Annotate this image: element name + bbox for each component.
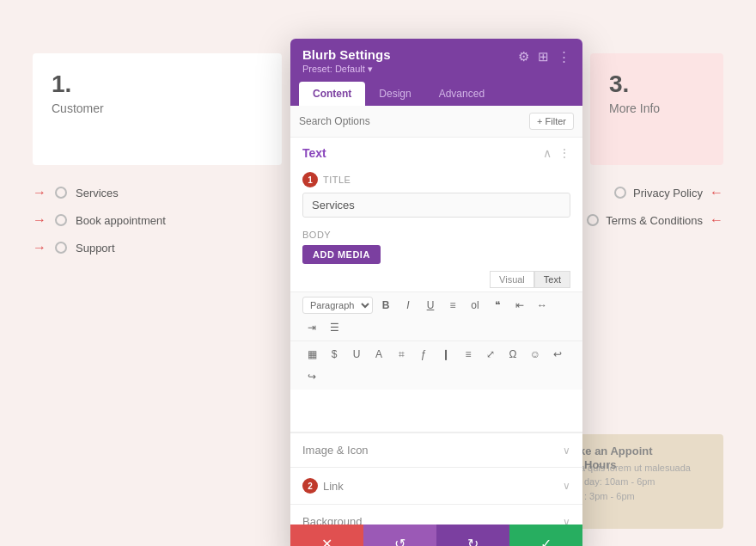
card-left: 1. Customer	[33, 53, 282, 165]
link-label: Link	[323, 480, 344, 493]
modal-content: Text ∧ ⋮ 1 Title Body ADD MEDIA Visual T…	[290, 138, 582, 525]
editor-mode-tabs: Visual Text	[290, 271, 582, 291]
body-label: Body	[290, 226, 582, 245]
tab-content[interactable]: Content	[299, 82, 365, 106]
blockquote-button[interactable]: ❝	[488, 296, 507, 315]
hours-times: day: 10am - 6pm: 3pm - 6pm	[584, 475, 655, 503]
chevron-down-icon: ∨	[563, 480, 570, 492]
list2-button[interactable]: ≡	[459, 345, 478, 364]
collapse-icon[interactable]: ∧	[543, 146, 552, 160]
redo-button[interactable]: ↻	[436, 525, 509, 546]
bold-button[interactable]: B	[376, 296, 395, 315]
nav-item-terms[interactable]: Terms & Conditions ←	[587, 212, 723, 228]
strikethrough-button[interactable]: $	[325, 345, 344, 364]
more-options-icon[interactable]: ⋮	[558, 146, 570, 160]
modal-header: Blurb Settings Preset: Default ▾ ⚙ ⊞ ⋮	[290, 39, 582, 82]
nav-item-services[interactable]: → Services	[33, 185, 166, 200]
separator-button[interactable]: ❙	[436, 345, 455, 364]
justify-button[interactable]: ☰	[325, 318, 344, 337]
arrow-icon: ←	[710, 185, 723, 200]
emoji-button[interactable]: ☺	[526, 345, 545, 364]
grid-icon[interactable]: ⊞	[538, 49, 549, 64]
link-section[interactable]: 2 Link ∨	[290, 468, 582, 505]
card-right: 3. More Info	[590, 53, 723, 165]
link-badge: 2	[302, 478, 318, 494]
nav-label: Terms & Conditions	[606, 214, 703, 227]
format-button[interactable]: ⌗	[392, 345, 411, 364]
settings-icon[interactable]: ⚙	[518, 49, 529, 64]
table-button[interactable]: ▦	[302, 345, 321, 364]
search-input[interactable]	[299, 115, 524, 127]
modal-preset[interactable]: Preset: Default ▾	[302, 64, 391, 75]
unordered-list-button[interactable]: ≡	[443, 296, 462, 315]
nav-label: Privacy Policy	[633, 187, 703, 199]
modal-title: Blurb Settings	[302, 47, 391, 62]
undo-button[interactable]: ↺	[363, 525, 436, 546]
undo-toolbar-button[interactable]: ↩	[548, 345, 567, 364]
image-icon-label: Image & Icon	[302, 444, 369, 457]
nav-label: Services	[76, 187, 119, 199]
background-section[interactable]: Background ∨	[290, 505, 582, 525]
nav-label: Book appointment	[76, 214, 166, 227]
underline-button[interactable]: U	[421, 296, 440, 315]
chevron-down-icon: ∨	[563, 445, 570, 457]
ordered-list-button[interactable]: ol	[466, 296, 485, 315]
image-icon-section[interactable]: Image & Icon ∨	[290, 433, 582, 468]
body-text-area[interactable]	[290, 390, 582, 433]
font-button[interactable]: ƒ	[414, 345, 433, 364]
title-label-row: 1 Title	[302, 172, 570, 187]
title-label: Title	[323, 175, 351, 185]
hours-label: Hours	[584, 458, 655, 471]
link-label-row: 2 Link	[302, 478, 344, 494]
align-right-button[interactable]: ⇥	[302, 318, 321, 337]
title-input[interactable]	[302, 193, 570, 218]
text-section-header[interactable]: Text ∧ ⋮	[290, 138, 582, 169]
tab-visual[interactable]: Visual	[490, 271, 534, 288]
tab-design[interactable]: Design	[365, 82, 424, 106]
paragraph-select[interactable]: Paragraph	[302, 297, 373, 314]
underline2-button[interactable]: U	[347, 345, 366, 364]
nav-item-support[interactable]: → Support	[33, 240, 166, 255]
special-char-button[interactable]: Ω	[503, 345, 522, 364]
toolbar-row-1: Paragraph B I U ≡ ol ❝ ⇤ ↔ ⇥ ☰	[290, 291, 582, 340]
section-icons: ∧ ⋮	[543, 146, 570, 160]
arrow-icon: →	[33, 185, 46, 200]
card-right-number: 3.	[590, 53, 723, 101]
nav-list-left: → Services → Book appointment → Support	[33, 185, 166, 255]
nav-circle	[55, 242, 67, 254]
chevron-down-icon: ∨	[563, 516, 570, 525]
blurb-settings-modal: Blurb Settings Preset: Default ▾ ⚙ ⊞ ⋮ C…	[290, 39, 582, 546]
save-button[interactable]: ✓	[509, 525, 582, 546]
card-left-number: 1.	[33, 53, 282, 101]
redo-toolbar-button[interactable]: ↪	[302, 367, 321, 386]
hours-section: Hours day: 10am - 6pm: 3pm - 6pm	[584, 458, 655, 503]
arrow-icon: →	[33, 212, 46, 228]
italic-button[interactable]: I	[399, 296, 418, 315]
arrow-icon: →	[33, 240, 46, 255]
color-button[interactable]: A	[369, 345, 388, 364]
nav-circle	[55, 187, 67, 199]
arrow-icon: ←	[710, 212, 723, 228]
fullscreen-button[interactable]: ⤢	[481, 345, 500, 364]
nav-circle	[587, 214, 599, 226]
text-section-title: Text	[302, 146, 326, 160]
add-media-button[interactable]: ADD MEDIA	[302, 245, 381, 264]
make-appoint-label: Make an Appoint	[564, 445, 711, 457]
modal-actions: ✕ ↺ ↻ ✓	[290, 525, 582, 546]
nav-list-right: Privacy Policy ← Terms & Conditions ←	[587, 185, 723, 228]
tab-text[interactable]: Text	[534, 271, 570, 288]
cancel-button[interactable]: ✕	[290, 525, 363, 546]
nav-item-privacy[interactable]: Privacy Policy ←	[614, 185, 723, 200]
align-center-button[interactable]: ↔	[533, 296, 552, 315]
nav-circle	[55, 214, 67, 226]
modal-header-right: ⚙ ⊞ ⋮	[518, 49, 570, 64]
align-left-button[interactable]: ⇤	[510, 296, 529, 315]
background-label: Background	[302, 515, 362, 525]
filter-button[interactable]: + Filter	[529, 113, 574, 130]
tab-advanced[interactable]: Advanced	[425, 82, 498, 106]
more-icon[interactable]: ⋮	[558, 49, 570, 64]
text-section: Text ∧ ⋮ 1 Title Body ADD MEDIA Visual T…	[290, 138, 582, 433]
modal-tabs: Content Design Advanced	[290, 82, 582, 106]
title-field-group: 1 Title	[290, 169, 582, 226]
nav-item-book[interactable]: → Book appointment	[33, 212, 166, 228]
